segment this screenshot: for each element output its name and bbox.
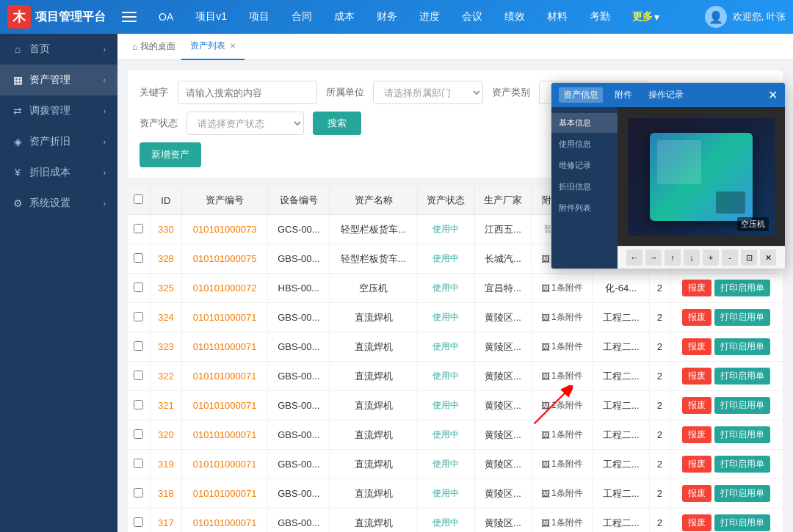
row-select-checkbox[interactable] xyxy=(134,224,143,233)
id-link[interactable]: 320 xyxy=(158,429,174,440)
print-button[interactable]: 打印启用单 xyxy=(714,456,770,473)
id-link[interactable]: 318 xyxy=(158,488,174,499)
asset-no-link[interactable]: 010101000071 xyxy=(193,429,257,440)
popup-tool-up[interactable]: ↑ xyxy=(665,249,681,266)
popup-tab-asset-info[interactable]: 资产信息 xyxy=(559,87,603,103)
popup-tab-attach[interactable]: 附件 xyxy=(610,87,637,103)
row-select-checkbox[interactable] xyxy=(134,341,143,351)
nav-project[interactable]: 项目 xyxy=(239,0,280,34)
nav-materials[interactable]: 材料 xyxy=(537,0,578,34)
dept-select[interactable]: 请选择所属部门 xyxy=(373,81,483,104)
print-button[interactable]: 打印启用单 xyxy=(714,368,770,385)
tab-asset-list[interactable]: 资产列表 ✕ xyxy=(181,34,245,60)
popup-sidebar-use[interactable]: 使用信息 xyxy=(551,134,618,154)
id-link[interactable]: 322 xyxy=(158,371,174,382)
asset-no-link[interactable]: 010101000071 xyxy=(193,459,257,470)
id-link[interactable]: 324 xyxy=(158,312,174,323)
print-button[interactable]: 打印启用单 xyxy=(714,280,770,296)
nav-finance[interactable]: 财务 xyxy=(366,0,408,34)
status-select[interactable]: 请选择资产状态 xyxy=(187,112,304,135)
nav-progress[interactable]: 进度 xyxy=(409,0,450,34)
asset-no-link[interactable]: 010101000073 xyxy=(193,224,257,235)
popup-sidebar-basic[interactable]: 基本信息 xyxy=(551,113,618,133)
sidebar-item-home[interactable]: ⌂ 首页 › xyxy=(0,34,117,65)
row-select-checkbox[interactable] xyxy=(134,488,143,498)
row-select-checkbox[interactable] xyxy=(134,429,143,439)
popup-tool-zoom-in[interactable]: + xyxy=(703,249,719,266)
asset-no-link[interactable]: 010101000071 xyxy=(193,488,257,499)
row-attach: 🖼1条附件 xyxy=(532,509,593,533)
row-select-checkbox[interactable] xyxy=(134,371,143,380)
id-link[interactable]: 319 xyxy=(158,459,174,470)
row-select-checkbox[interactable] xyxy=(134,253,143,263)
breadcrumb-home[interactable]: ⌂ 我的桌面 xyxy=(126,40,181,53)
tab-close-icon[interactable]: ✕ xyxy=(230,42,236,50)
delete-button[interactable]: 报废 xyxy=(682,397,711,414)
delete-button[interactable]: 报废 xyxy=(682,338,711,355)
asset-no-link[interactable]: 010101000071 xyxy=(193,371,257,382)
delete-button[interactable]: 报废 xyxy=(682,368,711,385)
row-select-checkbox[interactable] xyxy=(134,459,143,468)
asset-no-link[interactable]: 010101000071 xyxy=(193,312,257,323)
id-link[interactable]: 323 xyxy=(158,341,174,352)
popup-tab-operation[interactable]: 操作记录 xyxy=(644,87,688,103)
row-device-no: GBS-00... xyxy=(268,362,330,391)
nav-performance[interactable]: 绩效 xyxy=(494,0,535,34)
id-link[interactable]: 321 xyxy=(158,400,174,411)
add-asset-button[interactable]: 新增资产 xyxy=(140,142,201,167)
popup-sidebar-dep[interactable]: 折旧信息 xyxy=(551,177,618,197)
popup-tool-prev[interactable]: ← xyxy=(626,249,642,266)
asset-no-link[interactable]: 010101000072 xyxy=(193,283,257,294)
asset-no-link[interactable]: 010101000071 xyxy=(193,400,257,411)
row-status: 使用中 xyxy=(417,420,474,450)
sidebar-item-dep-cost[interactable]: ¥ 折旧成本 › xyxy=(0,157,117,188)
print-button[interactable]: 打印启用单 xyxy=(714,485,770,502)
asset-no-link[interactable]: 010101000071 xyxy=(193,517,257,528)
print-button[interactable]: 打印启用单 xyxy=(714,338,770,355)
delete-button[interactable]: 报废 xyxy=(682,426,711,443)
print-button[interactable]: 打印启用单 xyxy=(714,309,770,326)
row-select-checkbox[interactable] xyxy=(134,283,143,292)
keyword-input[interactable] xyxy=(178,81,317,104)
menu-toggle-button[interactable] xyxy=(117,5,141,29)
sidebar-item-depreciation[interactable]: ◈ 资产折旧 › xyxy=(0,126,117,157)
asset-no-link[interactable]: 010101000075 xyxy=(193,253,257,264)
nav-more[interactable]: 更多 ▾ xyxy=(622,0,670,34)
popup-sidebar-files[interactable]: 附件列表 xyxy=(551,198,618,218)
delete-button[interactable]: 报废 xyxy=(682,514,711,531)
nav-oa[interactable]: OA xyxy=(148,0,184,34)
select-all-checkbox[interactable] xyxy=(134,194,143,204)
nav-meeting[interactable]: 会议 xyxy=(452,0,493,34)
delete-button[interactable]: 报废 xyxy=(682,309,711,326)
row-select-checkbox[interactable] xyxy=(134,400,143,409)
row-select-checkbox[interactable] xyxy=(134,312,143,321)
delete-button[interactable]: 报废 xyxy=(682,485,711,502)
popup-close-button[interactable]: ✕ xyxy=(768,88,778,102)
popup-tool-down[interactable]: ↓ xyxy=(684,249,700,266)
popup-tool-fit[interactable]: ⊡ xyxy=(741,249,757,266)
search-button[interactable]: 搜索 xyxy=(313,112,361,135)
sidebar-item-transfer[interactable]: ⇄ 调拨管理 › xyxy=(0,95,117,126)
popup-tool-next[interactable]: → xyxy=(645,249,662,266)
delete-button[interactable]: 报废 xyxy=(682,280,711,296)
nav-contract[interactable]: 合同 xyxy=(281,0,322,34)
print-button[interactable]: 打印启用单 xyxy=(714,397,770,414)
id-link[interactable]: 330 xyxy=(158,224,174,235)
row-select-checkbox[interactable] xyxy=(134,517,143,527)
print-button[interactable]: 打印启用单 xyxy=(714,514,770,531)
nav-attendance[interactable]: 考勤 xyxy=(579,0,620,34)
asset-no-link[interactable]: 010101000071 xyxy=(193,341,257,352)
popup-tool-close[interactable]: ✕ xyxy=(760,249,776,266)
id-link[interactable]: 325 xyxy=(158,283,174,294)
id-link[interactable]: 317 xyxy=(158,517,174,528)
popup-sidebar-repair[interactable]: 维修记录 xyxy=(551,156,618,175)
delete-button[interactable]: 报废 xyxy=(682,456,711,473)
row-asset-no: 010101000071 xyxy=(182,332,268,362)
nav-cost[interactable]: 成本 xyxy=(324,0,365,34)
popup-tool-zoom-out[interactable]: - xyxy=(722,249,738,266)
sidebar-item-settings[interactable]: ⚙ 系统设置 › xyxy=(0,188,117,219)
id-link[interactable]: 328 xyxy=(158,253,174,264)
nav-project-v1[interactable]: 项目v1 xyxy=(185,0,237,34)
print-button[interactable]: 打印启用单 xyxy=(714,426,770,443)
sidebar-item-asset-management[interactable]: ▦ 资产管理 ‹ xyxy=(0,65,117,95)
